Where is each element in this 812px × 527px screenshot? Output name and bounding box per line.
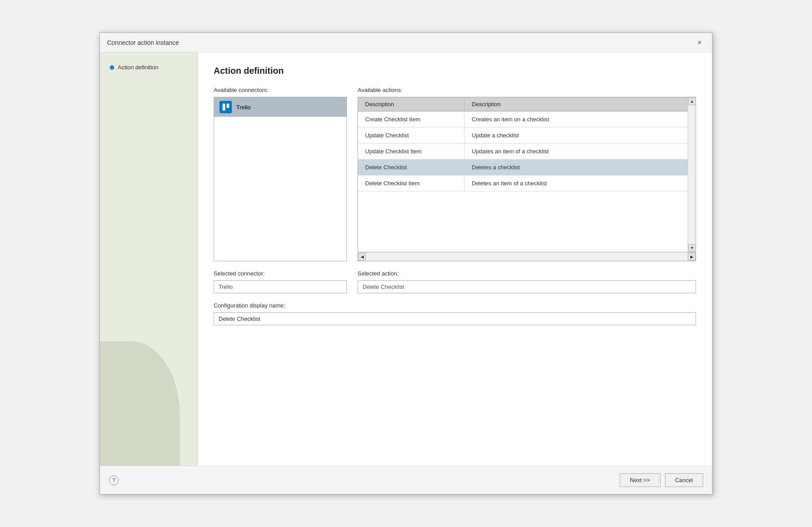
action-name: Create Checklist Item	[358, 112, 465, 127]
sidebar-item-label: Action definition	[118, 64, 159, 71]
footer-right: Next >> Cancel	[620, 473, 703, 487]
actions-label: Available actions:	[358, 87, 696, 93]
dialog: Connector action instance × Action defin…	[100, 32, 712, 495]
table-row[interactable]: Create Checklist Item Creates an item on…	[358, 112, 696, 128]
action-name: Update Checklist Item	[358, 144, 465, 159]
help-icon[interactable]: ?	[109, 475, 119, 485]
sidebar-item-action-definition[interactable]: Action definition	[106, 61, 191, 73]
action-name: Update Checklist	[358, 128, 465, 143]
connector-item-trello[interactable]: Trello	[214, 97, 346, 117]
dialog-body: Action definition Action definition Avai…	[100, 52, 712, 466]
table-row[interactable]: Update Checklist Update a checklist	[358, 128, 696, 144]
actions-column: Available actions: Description Descripti…	[358, 87, 696, 261]
sidebar: Action definition	[100, 52, 198, 466]
action-desc: Creates an item on a checklist	[465, 112, 696, 127]
selected-fields-row: Selected connector: Selected action:	[214, 270, 696, 293]
scroll-left-button[interactable]: ◀	[358, 253, 366, 261]
h-scroll-track	[366, 252, 688, 261]
trello-bar-right	[227, 104, 229, 108]
selected-connector-col: Selected connector:	[214, 270, 347, 293]
selected-action-col: Selected action:	[358, 270, 696, 293]
connectors-label: Available connectors:	[214, 87, 347, 93]
sidebar-dot	[110, 65, 114, 70]
col-header-desc: Description	[465, 97, 696, 111]
config-section: Configuration display name:	[214, 302, 696, 325]
sidebar-decoration	[100, 341, 180, 466]
scroll-right-button[interactable]: ▶	[688, 253, 696, 261]
dialog-footer: ? Next >> Cancel	[100, 466, 712, 494]
action-desc: Deletes an item of a checklist	[465, 176, 696, 191]
next-button[interactable]: Next >>	[620, 473, 661, 487]
table-header: Description Description	[358, 97, 696, 112]
dialog-title: Connector action instance	[107, 39, 179, 46]
table-row-selected[interactable]: Delete Checklist Deletes a checklist	[358, 160, 696, 176]
selected-connector-label: Selected connector:	[214, 270, 347, 277]
col-header-name: Description	[358, 97, 465, 111]
connectors-list[interactable]: Trello	[214, 97, 347, 261]
action-name: Delete Checklist	[358, 160, 465, 175]
connectors-column: Available connectors: Trello	[214, 87, 347, 261]
scroll-track	[688, 105, 696, 244]
selected-action-label: Selected action:	[358, 270, 696, 277]
action-desc: Updates an item of a checklist	[465, 144, 696, 159]
scroll-up-button[interactable]: ▲	[688, 97, 696, 105]
scroll-down-button[interactable]: ▼	[688, 244, 696, 252]
page-title: Action definition	[214, 66, 696, 76]
connector-name: Trello	[236, 104, 251, 111]
action-desc: Deletes a checklist	[465, 160, 696, 175]
close-button[interactable]: ×	[694, 37, 705, 48]
horizontal-scrollbar[interactable]: ◀ ▶	[358, 252, 696, 261]
config-display-name-label: Configuration display name:	[214, 302, 696, 309]
trello-bar-left	[223, 104, 225, 111]
actions-table: Description Description Create Checklist…	[358, 97, 696, 261]
vertical-scrollbar[interactable]: ▲ ▼	[688, 97, 696, 252]
action-name: Delete Checklist Item	[358, 176, 465, 191]
trello-icon-inner	[223, 104, 229, 111]
main-content: Action definition Available connectors:	[198, 52, 712, 466]
action-desc: Update a checklist	[465, 128, 696, 143]
connectors-actions-row: Available connectors: Trello	[214, 87, 696, 261]
selected-connector-field[interactable]	[214, 280, 347, 293]
table-row[interactable]: Update Checklist Item Updates an item of…	[358, 144, 696, 160]
footer-left: ?	[109, 475, 119, 485]
title-bar: Connector action instance ×	[100, 33, 712, 52]
config-display-name-field[interactable]	[214, 312, 696, 325]
cancel-button[interactable]: Cancel	[665, 473, 703, 487]
trello-icon	[219, 101, 232, 113]
selected-action-field[interactable]	[358, 280, 696, 293]
table-row[interactable]: Delete Checklist Item Deletes an item of…	[358, 176, 696, 192]
table-body[interactable]: Create Checklist Item Creates an item on…	[358, 112, 696, 252]
